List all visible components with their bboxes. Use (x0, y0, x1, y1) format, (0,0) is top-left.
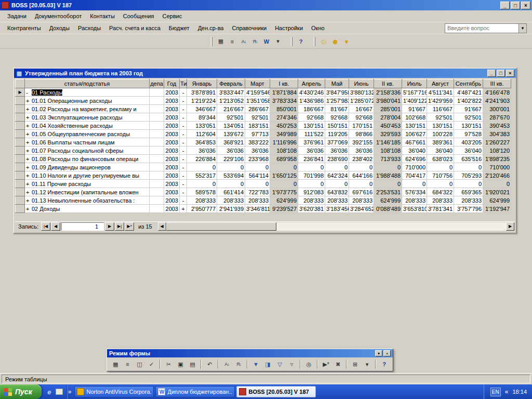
article-cell[interactable]: +01.07 Расходы социальной сферы (25, 147, 150, 155)
article-cell[interactable]: +01.02 Расходы на маркетинг, рекламу и (25, 105, 150, 113)
column-header-5[interactable]: Январь (187, 79, 217, 88)
table-row[interactable]: +01.10 Налоги и другие регулируемые вы20… (16, 171, 511, 180)
table-row[interactable]: +01.13 Невыполненные обязательства :2003… (16, 196, 511, 205)
table-row[interactable]: +01.12 Инвестиции (капитальные вложен200… (16, 188, 511, 196)
year-cell[interactable]: 2003 (164, 196, 180, 205)
type-cell[interactable]: - (180, 113, 187, 122)
value-cell[interactable]: 368'921 (217, 138, 245, 147)
value-cell[interactable]: 116'667 (427, 105, 454, 113)
value-cell[interactable]: 36'036 (298, 147, 325, 155)
type-cell[interactable]: - (180, 196, 187, 205)
type-cell[interactable]: - (180, 171, 187, 180)
dept-cell[interactable] (150, 171, 164, 180)
value-cell[interactable]: 208'333 (427, 196, 454, 205)
value-cell[interactable]: 1'650'125 (270, 171, 298, 180)
value-cell[interactable]: 0'088'489 (374, 205, 402, 213)
value-cell[interactable]: 1'920'021 (483, 188, 511, 196)
value-cell[interactable]: 278'004 (374, 113, 402, 122)
value-cell[interactable]: 81'667 (325, 105, 349, 113)
value-cell[interactable]: 4'241'903 (483, 97, 511, 105)
value-cell[interactable]: 2'158'336 (374, 88, 402, 97)
dept-cell[interactable] (150, 188, 164, 196)
dept-cell[interactable] (150, 147, 164, 155)
value-cell[interactable]: 0 (402, 180, 427, 188)
value-cell[interactable]: 701'998 (298, 171, 325, 180)
value-cell[interactable]: 3'878'891 (187, 88, 217, 97)
value-cell[interactable]: 1'219'224 (187, 97, 217, 105)
menu1-item-4[interactable]: Сообщения (119, 11, 158, 21)
year-cell[interactable]: 2003 (164, 130, 180, 138)
value-cell[interactable]: 0 (374, 180, 402, 188)
column-header-3[interactable]: Год (164, 79, 180, 88)
value-cell[interactable]: 238'402 (349, 155, 374, 163)
save-icon[interactable]: ▦ (215, 36, 227, 47)
value-cell[interactable]: 0 (427, 163, 454, 171)
year-cell[interactable]: 2003 (164, 180, 180, 188)
table-row[interactable]: +01.07 Расходы социальной сферы2003-36'0… (16, 147, 511, 155)
value-cell[interactable]: 208'333 (349, 196, 374, 205)
year-cell[interactable]: 2003 (164, 122, 180, 130)
value-cell[interactable]: 238'690 (325, 155, 349, 163)
question-input[interactable] (445, 25, 518, 31)
value-cell[interactable]: 3'783'334 (270, 97, 298, 105)
table-row[interactable]: ▶-01 Расходы2003-3'878'8913'833'4474'159… (16, 88, 511, 97)
show-desktop-icon[interactable] (56, 389, 63, 395)
value-cell[interactable]: 346'667 (187, 105, 217, 113)
value-cell[interactable]: 642'324 (325, 171, 349, 180)
article-cell[interactable]: +01.12 Инвестиции (капитальные вложен (25, 188, 150, 196)
dept-cell[interactable] (150, 130, 164, 138)
cut-icon[interactable]: ✂ (163, 359, 175, 369)
value-cell[interactable]: 5'167'716 (402, 88, 427, 97)
save-icon[interactable]: ▦ (110, 359, 122, 369)
value-cell[interactable]: 108'108 (374, 147, 402, 155)
scrollbar-thumb[interactable] (166, 222, 276, 231)
value-cell[interactable]: 9'239'527 (270, 205, 298, 213)
expand-toggle-icon[interactable]: + (26, 98, 32, 104)
column-header-12[interactable]: II кв. (374, 79, 402, 88)
value-cell[interactable]: 0 (217, 180, 245, 188)
budget-table[interactable]: статья/подстатьядепаГодТиЯнварьФевральМа… (15, 79, 511, 213)
column-header-16[interactable]: III кв. (483, 79, 511, 88)
value-cell[interactable]: 208'333 (454, 196, 483, 205)
value-cell[interactable]: 1'192'947 (483, 205, 511, 213)
value-cell[interactable]: 208'333 (187, 196, 217, 205)
value-cell[interactable]: 92'501 (454, 113, 483, 122)
value-cell[interactable]: 624'999 (374, 196, 402, 205)
value-cell[interactable]: 1'988'488 (374, 171, 402, 180)
last-record-button[interactable]: ▶| (115, 222, 124, 231)
dept-cell[interactable] (150, 105, 164, 113)
value-cell[interactable]: 0 (245, 180, 270, 188)
new-record-button[interactable]: ▶* (125, 222, 134, 231)
menu2-item-2[interactable]: Доходы (45, 23, 74, 33)
article-cell[interactable]: -01 Расходы (25, 88, 150, 97)
form-toolbar-titlebar[interactable]: Режим формы ▾ × (107, 349, 393, 357)
filter-by-selection-icon[interactable]: ▼ (250, 359, 262, 369)
value-cell[interactable]: 111'522 (298, 130, 325, 138)
dept-cell[interactable] (150, 138, 164, 147)
column-header-11[interactable]: Июнь (349, 79, 374, 88)
value-cell[interactable]: 100'228 (427, 130, 454, 138)
type-cell[interactable]: - (180, 188, 187, 196)
row-selector[interactable] (16, 130, 25, 138)
value-cell[interactable]: 3'781'341 (427, 205, 454, 213)
value-cell[interactable]: 0 (187, 163, 217, 171)
column-header-4[interactable]: Ти (180, 79, 187, 88)
article-cell[interactable]: +01.13 Невыполненные обязательства : (25, 196, 150, 205)
value-cell[interactable]: 377'069 (325, 138, 349, 147)
value-cell[interactable]: 274'346 (270, 113, 298, 122)
value-cell[interactable]: 236'841 (298, 155, 325, 163)
value-cell[interactable]: 286'667 (245, 105, 270, 113)
new-record-icon[interactable]: ▶* (320, 359, 332, 369)
column-header-1[interactable]: статья/подстатья (25, 79, 150, 88)
value-cell[interactable]: 139'672 (217, 130, 245, 138)
value-cell[interactable]: 403'205 (454, 138, 483, 147)
menu1-item-2[interactable]: Документооборот (31, 11, 86, 21)
sort-descending-icon[interactable]: Я↓ (249, 36, 261, 47)
value-cell[interactable]: 108'108 (270, 147, 298, 155)
article-cell[interactable]: +01.10 Налоги и другие регулируемые вы (25, 171, 150, 180)
value-cell[interactable]: 1'213'052 (217, 97, 245, 105)
value-cell[interactable]: 287'670 (483, 113, 511, 122)
expand-toggle-icon[interactable]: + (26, 181, 32, 187)
type-cell[interactable]: - (180, 105, 187, 113)
value-cell[interactable]: 3'880'132 (349, 88, 374, 97)
